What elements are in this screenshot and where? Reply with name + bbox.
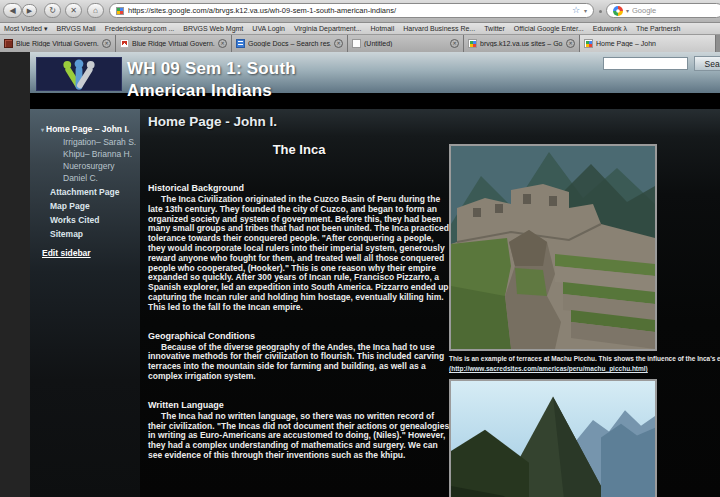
tab-brvgs-2[interactable]: Blue Ridge Virtual Govern... ✕ — [116, 35, 232, 52]
bookmark-item[interactable]: UVA Login — [252, 25, 285, 32]
mountain-photo-graphic — [451, 381, 655, 497]
sidebar-item-attachment-page[interactable]: Attachment Page — [30, 186, 140, 198]
figures-column: This is an example of terraces at Machu … — [449, 144, 720, 497]
site-search-input[interactable] — [603, 57, 688, 70]
sidebar-item-irrigation[interactable]: Irrigation– Sarah S. — [30, 136, 140, 148]
blank-page-icon — [352, 39, 361, 48]
bookmark-item[interactable]: Fredericksburg.com ... — [105, 25, 175, 32]
sidebar-item-sitemap[interactable]: Sitemap — [30, 228, 140, 240]
expand-caret-icon[interactable]: ▾ — [41, 127, 44, 133]
sidebar-item-khipu[interactable]: Khipu– Brianna H. — [30, 148, 140, 160]
sidebar-item-works-cited[interactable]: Works Cited — [30, 214, 140, 226]
browser-toolbar: ◀ ▶ ↻ ✕ ⌂ https://sites.google.com/a/brv… — [0, 0, 720, 23]
section-historical-background: Historical Background The Inca Civilizat… — [148, 183, 450, 313]
main-content: Home Page - John I. The Inca Historical … — [140, 109, 720, 497]
bookmark-item[interactable]: Hotmail — [370, 25, 394, 32]
reload-button[interactable]: ↻ — [44, 3, 61, 18]
section-paragraph: The Inca Civilization originated in the … — [148, 195, 450, 313]
google-logo-icon — [613, 6, 623, 16]
site-body: ▾Home Page – John I. Irrigation– Sarah S… — [30, 109, 720, 497]
home-icon: ⌂ — [93, 6, 98, 15]
tab-google-docs[interactable]: Google Docs – Search res... ✕ — [232, 35, 348, 52]
tab-home-page-active[interactable]: Home Page – John — [580, 35, 716, 52]
sidebar-item-nuerosurgery[interactable]: Nuerosurgery Daniel C. — [30, 160, 140, 184]
section-heading: Geographical Conditions — [148, 331, 450, 341]
tab-brvgs-sites[interactable]: brvgs.k12.va.us sites – Go... ✕ — [464, 35, 580, 52]
article-column: The Inca Historical Background The Inca … — [148, 142, 450, 479]
stop-button[interactable]: ✕ — [65, 3, 82, 18]
tab-close-icon[interactable]: ✕ — [450, 39, 459, 48]
sidebar-item-map-page[interactable]: Map Page — [30, 200, 140, 212]
web-search-input[interactable] — [632, 6, 702, 15]
figure-source-link[interactable]: (http://www.sacredsites.com/americas/per… — [449, 365, 720, 372]
bookmark-item[interactable]: BRVGS Web Mgmt — [183, 25, 243, 32]
search-engine-caret-icon[interactable]: ▾ — [626, 8, 629, 14]
bookmark-item[interactable]: Most Visited ▾ — [4, 25, 47, 33]
tab-close-icon[interactable]: ✕ — [334, 39, 343, 48]
page-title: Home Page - John I. — [148, 114, 277, 129]
bookmark-item[interactable]: Eduwonk λ — [593, 25, 627, 32]
article-heading: The Inca — [148, 142, 450, 157]
section-paragraph: The Inca had no written language, so the… — [148, 412, 450, 461]
site-search-button[interactable]: Search — [694, 56, 720, 71]
mail-favicon-icon — [120, 39, 129, 48]
bookmark-item[interactable]: The Partnersh — [636, 25, 680, 32]
web-search-box[interactable]: ▾ — [606, 3, 720, 18]
machu-picchu-terraces-image — [449, 144, 657, 351]
sidebar-item-home-page[interactable]: ▾Home Page – John I. — [30, 123, 140, 136]
brvgs-favicon-icon — [4, 39, 13, 48]
sites-favicon-icon — [468, 39, 477, 48]
tab-close-icon[interactable]: ✕ — [566, 39, 575, 48]
section-heading: Written Language — [148, 400, 450, 410]
site-favicon-icon — [116, 7, 124, 15]
tab-untitled[interactable]: (Untitled) ✕ — [348, 35, 464, 52]
url-bar[interactable]: https://sites.google.com/a/brvgs.k12.va.… — [109, 3, 594, 18]
tab-close-icon[interactable]: ✕ — [102, 39, 111, 48]
section-written-language: Written Language The Inca had no written… — [148, 400, 450, 461]
tab-brvgs-1[interactable]: Blue Ridge Virtual Govern... ✕ — [0, 35, 116, 52]
edit-sidebar-link[interactable]: Edit sidebar — [42, 248, 91, 258]
forward-button[interactable]: ▶ — [22, 4, 37, 17]
sites-favicon-icon — [584, 39, 593, 48]
forward-icon: ▶ — [27, 7, 32, 14]
back-icon: ◀ — [9, 6, 15, 15]
section-paragraph: Because of the diverse geography of the … — [148, 343, 450, 382]
docs-favicon-icon — [236, 39, 245, 48]
google-site: Search WH 09 Sem 1: South American India… — [30, 52, 720, 497]
sidebar-navigation: ▾Home Page – John I. Irrigation– Sarah S… — [30, 109, 140, 497]
machu-picchu-mountain-image — [449, 379, 657, 497]
bookmark-item[interactable]: Official Google Enter... — [514, 25, 584, 32]
brvgs-logo — [36, 57, 122, 91]
site-title-line1: WH 09 Sem 1: South — [127, 58, 407, 80]
reload-icon: ↻ — [49, 6, 56, 15]
bookmark-star-icon[interactable]: ☆ — [572, 6, 580, 15]
bookmark-item[interactable]: BRVGS Mail — [56, 25, 95, 32]
bookmarks-bar: Most Visited ▾ BRVGS Mail Fredericksburg… — [0, 23, 720, 35]
bookmark-item[interactable]: Twitter — [484, 25, 505, 32]
page-viewport: Search WH 09 Sem 1: South American India… — [0, 52, 720, 497]
bookmark-item[interactable]: Virginia Department... — [294, 25, 362, 32]
tab-close-icon[interactable]: ✕ — [218, 39, 227, 48]
site-title: WH 09 Sem 1: South American Indians — [127, 58, 407, 102]
home-button[interactable]: ⌂ — [87, 3, 104, 18]
bookmark-item[interactable]: Harvard Business Re... — [403, 25, 475, 32]
people-v-logo-icon — [37, 58, 121, 91]
url-text[interactable]: https://sites.google.com/a/brvgs.k12.va.… — [128, 6, 568, 15]
section-geographical-conditions: Geographical Conditions Because of the d… — [148, 331, 450, 382]
stop-icon: ✕ — [70, 6, 77, 15]
browser-window: ◀ ▶ ↻ ✕ ⌂ https://sites.google.com/a/brv… — [0, 0, 720, 497]
tab-bar: Blue Ridge Virtual Govern... ✕ Blue Ridg… — [0, 35, 720, 52]
site-title-line2: American Indians — [127, 80, 407, 102]
terraces-photo-graphic — [451, 146, 655, 349]
section-heading: Historical Background — [148, 183, 450, 193]
figure-caption: This is an example of terraces at Machu … — [449, 354, 720, 364]
bookmark-caret-icon[interactable]: ▾ — [584, 8, 587, 14]
toolbar-separator — [599, 10, 602, 13]
back-button[interactable]: ◀ — [3, 3, 22, 18]
